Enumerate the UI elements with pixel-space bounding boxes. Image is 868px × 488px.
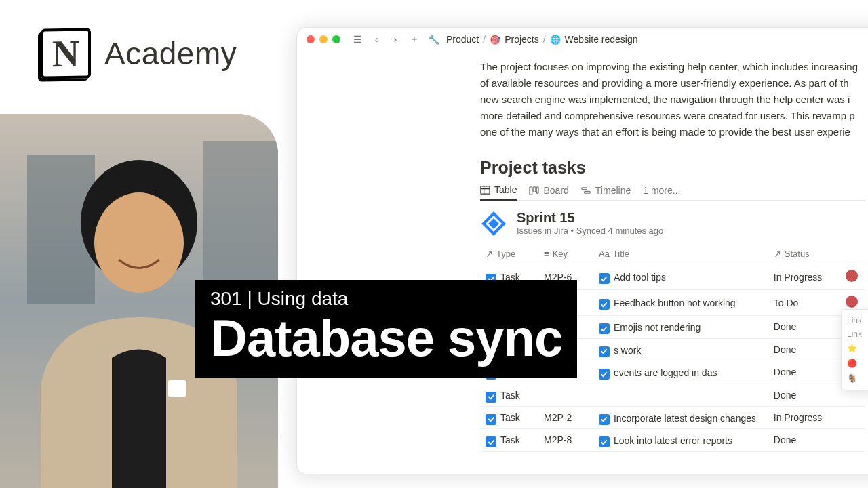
svg-rect-6 [481,186,490,193]
checkbox-icon [599,414,610,425]
cell-title: Feedback button not working [614,298,736,308]
cell-title: Incorporate latest design changes [614,412,756,423]
cell-status: To Do [768,290,841,316]
cell-type: Task [500,412,520,423]
svg-rect-10 [534,186,536,192]
cell-status: Done [768,338,841,361]
table-row[interactable]: TaskDone [480,384,865,406]
traffic-minimize[interactable] [319,35,328,43]
popup-item[interactable]: 🔴 [846,356,868,371]
arrow-icon: ↗ [774,249,781,259]
board-icon [529,186,539,196]
forward-icon[interactable]: › [389,33,401,45]
cell-status: Done [768,429,841,452]
cell-key: M2P-8 [538,429,593,452]
svg-rect-12 [582,187,587,189]
checkbox-icon [599,323,610,334]
cell-status: Done [768,361,841,384]
arrow-icon: ↗ [486,249,493,259]
table-row[interactable]: TaskM2P-8Look into latest error reportsD… [480,429,865,452]
checkbox-icon [486,436,496,447]
traffic-close[interactable] [307,35,315,43]
checkbox-icon [599,299,610,310]
wrench-icon: 🔧 [427,33,439,45]
window-chrome: ☰ ‹ › ＋ 🔧 Product / 🎯 Projects / 🌐 Websi… [297,28,868,51]
checkbox-icon [599,273,610,284]
timeline-icon [581,186,591,196]
svg-rect-11 [537,186,539,192]
cell-type: Task [500,434,520,445]
tab-more[interactable]: 1 more... [643,185,680,200]
traffic-zoom[interactable] [332,35,340,43]
title-icon: Aa [599,249,610,259]
breadcrumb-page[interactable]: Website redesign [565,34,638,45]
col-title[interactable]: Title [613,249,629,259]
cell-key [538,384,593,406]
popup-header: Link [846,314,868,327]
checkbox-icon [486,392,496,403]
assignee-avatar [846,296,858,308]
checkbox-icon [599,346,610,357]
sprint-title: Sprint 15 [517,210,663,226]
table-icon [480,185,490,195]
cell-title: Add tool tips [614,272,666,283]
tab-more-label: 1 more... [643,185,680,196]
jira-icon [480,210,507,237]
page-paragraph: The project focuses on improving the exi… [480,59,865,140]
cell-status: In Progress [768,264,841,290]
svg-point-4 [94,192,184,293]
col-status[interactable]: Status [785,249,810,259]
cell-status: In Progress [768,406,841,429]
breadcrumb-projects[interactable]: Projects [505,34,539,45]
tab-board[interactable]: Board [529,185,568,200]
col-key[interactable]: Key [553,249,568,259]
section-title: Project tasks [480,158,865,178]
checkbox-icon [486,414,496,425]
popup-item[interactable]: ⭐ [846,341,868,356]
academy-label: Academy [104,35,237,72]
course-code: 301 | Using data [210,288,562,310]
new-page-icon[interactable]: ＋ [408,33,420,45]
table-row[interactable]: TaskM2P-2Incorporate latest design chang… [480,406,865,429]
app-window: ☰ ‹ › ＋ 🔧 Product / 🎯 Projects / 🌐 Websi… [296,27,868,474]
cell-status: Done [768,316,841,339]
tab-timeline-label: Timeline [595,185,631,196]
cell-key: M2P-2 [538,406,593,429]
cell-type: Task [500,390,520,401]
checkbox-icon [599,369,610,380]
back-icon[interactable]: ‹ [370,33,382,45]
breadcrumb-product[interactable]: Product [446,34,479,45]
tab-table-label: Table [494,184,517,195]
title-overlay: 301 | Using data Database sync [195,280,577,378]
cell-title: events are logged in das [614,367,717,378]
text-icon: ≡ [544,249,549,259]
cell-status: Done [768,384,841,406]
cell-title: Emojis not rendering [614,322,701,333]
checkbox-icon [599,436,610,447]
sidebar-toggle-icon[interactable]: ☰ [351,33,363,45]
popup-item[interactable]: 🐐 [846,371,868,386]
link-popup[interactable]: Link Link ⭐ 🔴 🐐 [841,309,868,390]
tab-timeline[interactable]: Timeline [581,185,631,200]
tab-table[interactable]: Table [480,184,517,201]
popup-header: Link [846,327,868,341]
svg-rect-5 [168,380,186,397]
sprint-subtitle: Issues in Jira • Synced 4 minutes ago [517,226,663,236]
tab-board-label: Board [543,185,568,196]
cell-title: s work [614,344,641,355]
assignee-avatar [846,270,858,282]
svg-rect-9 [530,186,532,194]
cell-title: Look into latest error reports [614,435,732,446]
col-type[interactable]: Type [496,249,515,259]
globe-icon: 🌐 [550,34,561,45]
lesson-title: Database sync [210,311,562,365]
breadcrumb[interactable]: Product / 🎯 Projects / 🌐 Website redesig… [446,34,638,45]
target-icon: 🎯 [490,34,500,45]
notion-logo: N [41,28,91,79]
svg-rect-13 [585,191,590,193]
